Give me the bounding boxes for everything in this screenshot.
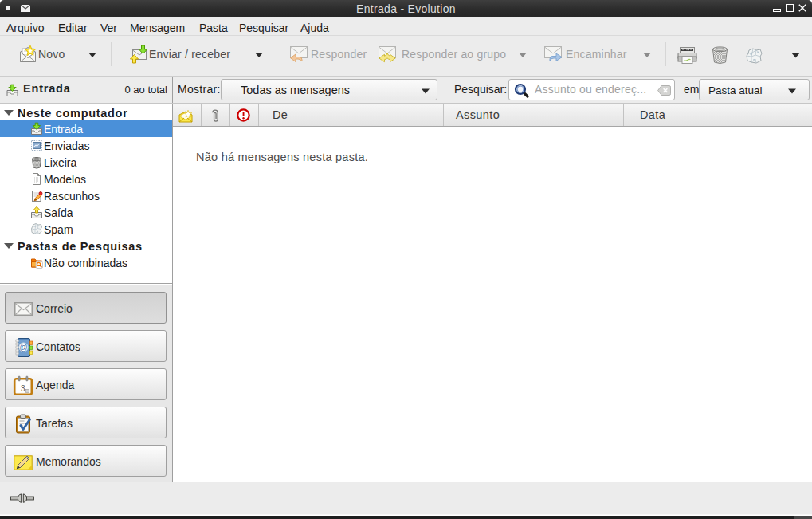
- svg-text:3: 3: [21, 384, 25, 393]
- svg-text:@: @: [19, 343, 27, 352]
